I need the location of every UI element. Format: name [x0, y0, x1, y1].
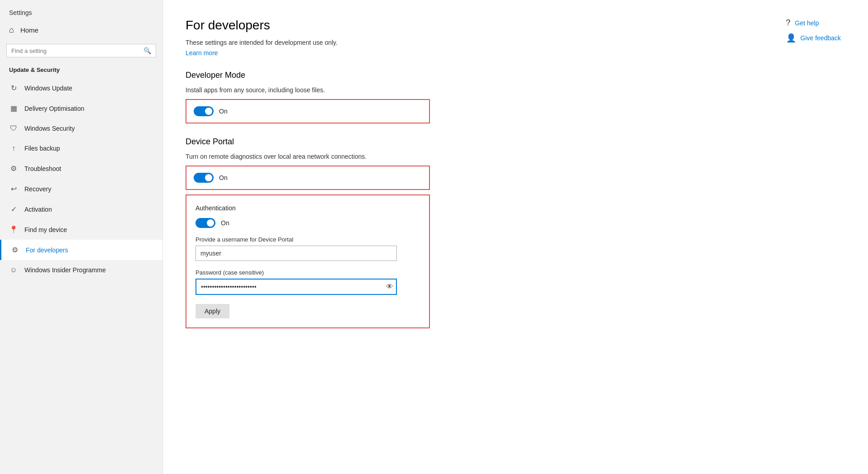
delivery-optimisation-icon: ▦ [9, 104, 18, 113]
sidebar-item-label: For developers [26, 246, 68, 254]
windows-security-icon: 🛡 [9, 124, 18, 133]
recovery-icon: ↩ [9, 185, 18, 193]
give-feedback-link[interactable]: 👤 Give feedback [786, 33, 841, 43]
password-wrapper: 👁 [196, 279, 397, 295]
sidebar-item-windows-security[interactable]: 🛡 Windows Security [0, 118, 162, 138]
sidebar-item-label: Delivery Optimisation [24, 105, 84, 112]
sidebar-item-activation[interactable]: ✓ Activation [0, 199, 162, 219]
auth-toggle-label: On [221, 219, 229, 227]
sidebar-item-label: Recovery [24, 185, 51, 193]
give-feedback-icon: 👤 [786, 33, 796, 43]
page-description: These settings are intended for developm… [186, 39, 845, 46]
password-input[interactable] [196, 279, 397, 295]
username-label: Provide a username for Device Portal [196, 236, 420, 243]
device-portal-toggle[interactable] [194, 173, 214, 183]
developer-mode-desc: Install apps from any source, including … [186, 86, 845, 94]
device-portal-toggle-knob [205, 174, 212, 181]
sidebar-home[interactable]: ⌂ Home [0, 20, 162, 40]
main-content: ? Get help 👤 Give feedback For developer… [163, 0, 868, 474]
get-help-label: Get help [795, 19, 819, 27]
password-label: Password (case sensitive) [196, 269, 420, 276]
sidebar-item-label: Windows Security [24, 125, 75, 132]
for-developers-icon: ⚙ [10, 246, 19, 254]
device-portal-toggle-label: On [219, 174, 228, 181]
search-icon: 🔍 [143, 47, 151, 54]
auth-title: Authentication [196, 204, 420, 212]
sidebar-item-delivery-optimisation[interactable]: ▦ Delivery Optimisation [0, 98, 162, 118]
home-icon: ⌂ [9, 25, 14, 35]
developer-mode-toggle[interactable] [194, 106, 214, 116]
app-title: Settings [0, 5, 162, 20]
developer-mode-toggle-label: On [219, 108, 228, 115]
developer-mode-toggle-row: On [186, 99, 430, 123]
authentication-box: Authentication On Provide a username for… [186, 194, 430, 328]
troubleshoot-icon: ⚙ [9, 164, 18, 173]
sidebar-item-recovery[interactable]: ↩ Recovery [0, 179, 162, 199]
search-input[interactable] [11, 47, 140, 54]
sidebar-item-label: Troubleshoot [24, 165, 61, 172]
apply-button[interactable]: Apply [196, 304, 229, 318]
sidebar: Settings ⌂ Home 🔍 Update & Security ↻ Wi… [0, 0, 163, 474]
sidebar-item-label: Find my device [24, 226, 67, 233]
search-box: 🔍 [6, 44, 156, 57]
sidebar-item-label: Windows Insider Programme [24, 266, 106, 274]
auth-toggle[interactable] [196, 218, 215, 228]
show-password-icon[interactable]: 👁 [386, 283, 393, 291]
auth-toggle-row: On [196, 218, 420, 228]
page-title: For developers [186, 18, 845, 33]
give-feedback-label: Give feedback [801, 34, 841, 42]
sidebar-item-files-backup[interactable]: ↑ Files backup [0, 138, 162, 158]
sidebar-item-for-developers[interactable]: ⚙ For developers [0, 240, 162, 260]
top-right-links: ? Get help 👤 Give feedback [786, 18, 841, 43]
windows-insider-icon: ☺ [9, 266, 18, 274]
username-input[interactable] [196, 246, 397, 261]
sidebar-item-windows-update[interactable]: ↻ Windows Update [0, 78, 162, 98]
developer-mode-title: Developer Mode [186, 71, 845, 80]
device-portal-title: Device Portal [186, 137, 845, 147]
find-my-device-icon: 📍 [9, 225, 18, 234]
sidebar-item-label: Activation [24, 206, 52, 213]
get-help-link[interactable]: ? Get help [786, 18, 819, 28]
windows-update-icon: ↻ [9, 84, 18, 92]
device-portal-toggle-row: On [186, 166, 430, 190]
home-label: Home [20, 26, 38, 34]
activation-icon: ✓ [9, 205, 18, 213]
device-portal-desc: Turn on remote diagnostics over local ar… [186, 153, 845, 160]
sidebar-item-windows-insider[interactable]: ☺ Windows Insider Programme [0, 260, 162, 280]
sidebar-item-find-my-device[interactable]: 📍 Find my device [0, 219, 162, 240]
sidebar-item-troubleshoot[interactable]: ⚙ Troubleshoot [0, 158, 162, 179]
auth-toggle-knob [207, 219, 214, 227]
files-backup-icon: ↑ [9, 144, 18, 152]
get-help-icon: ? [786, 18, 791, 28]
developer-mode-toggle-knob [205, 108, 212, 115]
learn-more-link[interactable]: Learn more [186, 49, 218, 57]
sidebar-section-title: Update & Security [0, 64, 162, 78]
sidebar-item-label: Windows Update [24, 85, 72, 92]
sidebar-item-label: Files backup [24, 145, 60, 152]
